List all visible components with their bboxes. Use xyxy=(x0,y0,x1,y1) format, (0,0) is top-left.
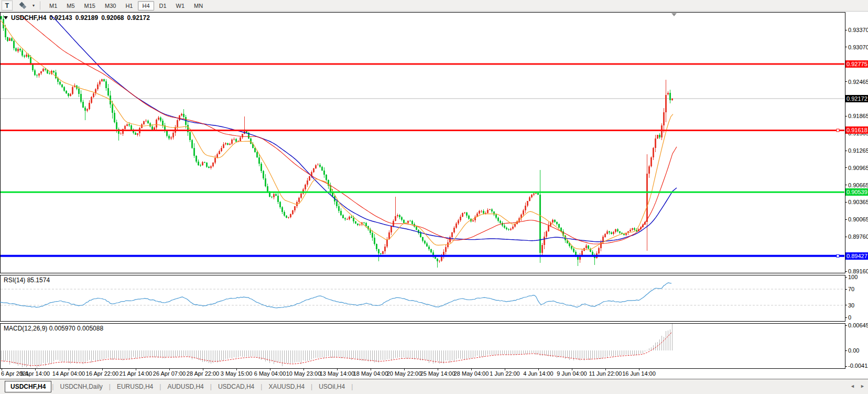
timeframe-button-m15[interactable]: M15 xyxy=(80,1,100,10)
timeframe-button-m5[interactable]: M5 xyxy=(62,1,79,10)
text-tool-button[interactable]: T xyxy=(2,1,13,10)
tab-separator: | xyxy=(52,383,53,390)
rsi-pane[interactable] xyxy=(0,275,845,322)
tab-xauusd-h4[interactable]: XAUUSD,H4 xyxy=(263,381,310,392)
chevron-down-icon[interactable]: ▾ xyxy=(32,3,35,8)
timeframe-button-d1[interactable]: D1 xyxy=(155,1,171,10)
tab-separator: | xyxy=(159,383,161,390)
time-axis[interactable] xyxy=(0,369,845,378)
price-badge: 0.89427 xyxy=(845,252,868,260)
tab-audusd-h4[interactable]: AUDUSD,H4 xyxy=(161,381,209,392)
mt4-terminal: T ▾ M1M5M15M30H1H4D1W1MN USDCHF,H4 0.921… xyxy=(0,0,868,394)
tab-separator: | xyxy=(351,383,353,390)
timeframe-button-m1[interactable]: M1 xyxy=(45,1,61,10)
timeframe-toolbar: M1M5M15M30H1H4D1W1MN xyxy=(45,1,207,10)
timeframe-button-mn[interactable]: MN xyxy=(190,1,207,10)
tab-scroll-right-icon[interactable]: ► xyxy=(860,384,865,389)
tab-separator: | xyxy=(210,383,212,390)
toolbar: T ▾ M1M5M15M30H1H4D1W1MN xyxy=(0,0,868,12)
tab-eurusd-h4[interactable]: EURUSD,H4 xyxy=(111,381,159,392)
timeframe-button-h1[interactable]: H1 xyxy=(121,1,137,10)
tab-scroll-left-icon[interactable]: ◄ xyxy=(850,384,855,389)
symbol-tabs: USDCHF,H4|USDCNH,Daily|EURUSD,H4|AUDUSD,… xyxy=(5,381,353,392)
main-chart-area[interactable] xyxy=(0,12,845,273)
symbol-tab-bar: USDCHF,H4|USDCNH,Daily|EURUSD,H4|AUDUSD,… xyxy=(0,379,868,394)
timeframe-button-h4[interactable]: H4 xyxy=(138,1,154,10)
tab-usoil-h4[interactable]: USOil,H4 xyxy=(313,381,351,392)
timeframe-button-w1[interactable]: W1 xyxy=(172,1,189,10)
price-badge: 0.92775 xyxy=(845,60,868,68)
price-badge: 0.90539 xyxy=(845,188,868,196)
timeframe-button-m30[interactable]: M30 xyxy=(101,1,120,10)
price-badge: 0.92172 xyxy=(845,95,868,102)
tab-separator: | xyxy=(261,383,262,390)
price-badge: 0.91618 xyxy=(845,126,868,134)
tab-usdchf-h4[interactable]: USDCHF,H4 xyxy=(5,381,51,392)
tab-separator: | xyxy=(311,383,312,390)
toolbar-grip xyxy=(40,2,41,9)
rsi-label: RSI(14) 85.1574 xyxy=(4,276,50,284)
tab-usdcad-h4[interactable]: USDCAD,H4 xyxy=(212,381,260,392)
macd-pane[interactable] xyxy=(0,323,845,369)
tab-separator: | xyxy=(109,383,111,390)
tab-usdcnh-daily[interactable]: USDCNH,Daily xyxy=(54,381,108,392)
macd-label: MACD(12,26,9) 0.005970 0.005088 xyxy=(4,325,103,332)
draw-objects-button[interactable] xyxy=(16,1,31,10)
